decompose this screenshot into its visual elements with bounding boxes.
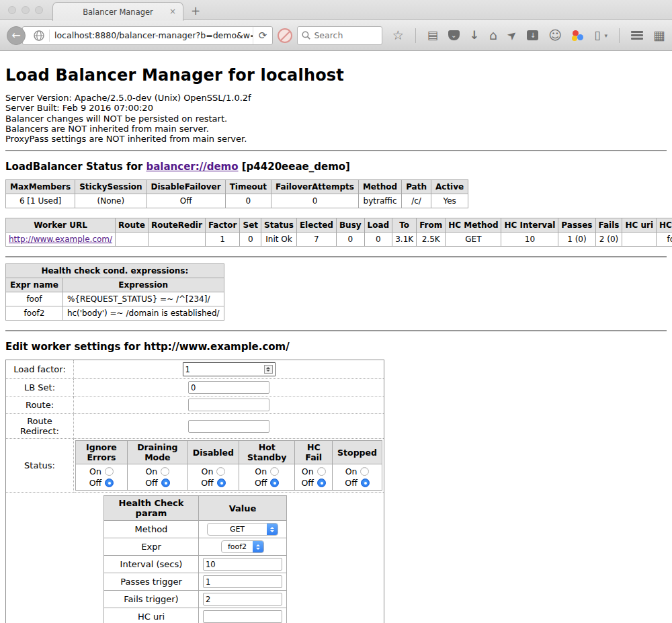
search-input[interactable] (314, 30, 374, 40)
new-tab-button[interactable]: + (191, 4, 200, 17)
heading-suffix: [p4420eeae_demo] (239, 161, 350, 173)
hc-uri-input[interactable] (203, 610, 282, 623)
ignore-errors-off-radio[interactable] (105, 479, 114, 487)
method-select[interactable]: GET (207, 523, 278, 536)
route-redirect-input[interactable] (188, 420, 269, 433)
zoom-window-button[interactable] (35, 6, 43, 14)
ignore-errors-on-radio[interactable] (105, 467, 114, 476)
draining-mode-off-radio[interactable] (161, 479, 170, 487)
col-path: Path (402, 180, 431, 194)
hc-interval-row: Interval (secs) (104, 556, 287, 573)
search-box[interactable] (297, 26, 382, 45)
grid-extension-icon[interactable]: ▦ (653, 29, 665, 42)
col-hot-standby: Hot Standby (239, 441, 295, 464)
load-factor-label: Load factor: (6, 360, 74, 379)
heading-prefix: LoadBalancer Status for (5, 161, 146, 173)
container-caret-icon[interactable]: ▾ (605, 32, 608, 39)
content-blocked-icon[interactable] (278, 28, 292, 43)
draining-mode-on-radio[interactable] (161, 467, 169, 476)
on-label: On (89, 466, 101, 477)
search-icon (302, 31, 310, 40)
server-built-line: Server Built: Feb 9 2016 07:00:20 (5, 103, 667, 113)
window-controls[interactable] (8, 6, 43, 14)
close-window-button[interactable] (8, 6, 16, 14)
cell-disablefailover: Off (146, 194, 225, 208)
pocket-icon[interactable]: ⌄ (448, 30, 460, 40)
hc-fails-row: Fails trigger) (104, 591, 287, 608)
hc-passes-row: Passes trigger (104, 573, 287, 591)
cell-hc-expr: foof2 (657, 233, 672, 247)
lb-set-input[interactable] (188, 381, 269, 394)
status-row: Status: Ignore Errors Draining Mode Disa… (6, 439, 384, 493)
load-factor-input[interactable] (183, 364, 264, 375)
hc-passes-input[interactable] (203, 575, 282, 588)
cell-path: /c/ (402, 194, 431, 208)
hc-fails-input[interactable] (203, 593, 282, 606)
hot-standby-on-radio[interactable] (270, 467, 279, 476)
lb-set-row: LB Set: (6, 379, 384, 397)
toolbar-icons: ☆ ▤ ⌄ ↓ ⌂ ➤ ↓ ☺ ▯ ▾ ▦ (392, 28, 665, 43)
hc-fail-on-radio[interactable] (317, 467, 326, 476)
lb-set-label: LB Set: (6, 379, 74, 397)
on-label: On (302, 466, 314, 477)
hc-method-label: Method (104, 521, 199, 538)
tab-bar: Balancer Manager × + (0, 0, 672, 20)
bookmark-star-icon[interactable]: ☆ (392, 29, 404, 42)
tab-close-icon[interactable]: × (169, 7, 176, 16)
download-panel-icon[interactable]: ↓ (527, 30, 538, 40)
disabled-on-radio[interactable] (216, 467, 225, 476)
stopped-off-radio[interactable] (361, 479, 370, 487)
health-check-table: Health Check param Value Method GET (103, 495, 287, 623)
minimize-window-button[interactable] (22, 6, 30, 14)
container-icon[interactable]: ▯ (594, 30, 600, 41)
col-worker-url: Worker URL (6, 218, 116, 233)
url-text[interactable]: localhost:8880/balancer-manager?b=demo&w… (54, 30, 253, 40)
hc-fail-off-radio[interactable] (317, 479, 326, 487)
disabled-off-radio[interactable] (217, 479, 226, 487)
hc-interval-input[interactable] (203, 558, 282, 571)
cell-busy: 0 (336, 233, 364, 247)
browser-tab[interactable]: Balancer Manager × (52, 2, 183, 21)
off-label: Off (255, 477, 267, 489)
toolbar-divider (415, 28, 416, 43)
hc-uri-label: HC uri (104, 608, 199, 623)
menu-icon[interactable] (631, 31, 643, 40)
expr-row: foof2 hc('body') =~ /domain is establish… (6, 306, 224, 321)
send-tab-icon[interactable]: ➤ (505, 28, 519, 42)
col-expr-name: Expr name (6, 278, 63, 292)
hot-standby-radios: On Off (239, 464, 295, 491)
col-from: From (417, 218, 446, 233)
reload-icon[interactable]: ⟳ (253, 27, 273, 44)
worker-url-link[interactable]: http://www.example.com/ (9, 235, 112, 244)
col-elected: Elected (296, 218, 336, 233)
cell-elected: 7 (296, 233, 336, 247)
col-hc-interval: HC Interval (501, 218, 558, 233)
number-stepper-icon[interactable] (264, 365, 273, 374)
back-button[interactable]: ← (7, 26, 26, 45)
route-label: Route: (6, 397, 74, 414)
toolbar-divider (619, 28, 620, 43)
expr-title-row: Health check cond. expressions: (6, 264, 224, 278)
cell-worker-url: http://www.example.com/ (6, 233, 116, 247)
expr-select[interactable]: foof2 (221, 540, 264, 553)
home-icon[interactable]: ⌂ (489, 29, 497, 42)
balancer-status-table: MaxMembers StickySession DisableFailover… (5, 179, 468, 208)
col-stopped: Stopped (333, 441, 382, 464)
hc-fails-cell (199, 591, 287, 608)
hot-standby-off-radio[interactable] (270, 479, 279, 487)
color-dots-extension-icon[interactable] (572, 30, 584, 41)
balancer-demo-link[interactable]: balancer://demo (146, 161, 238, 173)
hc-passes-cell (199, 573, 287, 591)
on-label: On (145, 466, 157, 477)
urlbar-divider (49, 30, 50, 42)
reading-list-icon[interactable]: ▤ (427, 30, 438, 41)
worker-status-table: Worker URL Route RouteRedir Factor Set S… (5, 218, 672, 247)
downloads-icon[interactable]: ↓ (470, 30, 479, 41)
cell-active: Yes (431, 194, 468, 208)
server-info: Server Version: Apache/2.5.0-dev (Unix) … (5, 93, 667, 144)
route-input[interactable] (188, 399, 269, 411)
url-bar[interactable]: localhost:8880/balancer-manager?b=demo&w… (22, 26, 273, 45)
forum-smiley-icon[interactable]: ☺ (548, 29, 562, 42)
status-table: Ignore Errors Draining Mode Disabled Hot… (75, 440, 382, 491)
stopped-on-radio[interactable] (360, 467, 369, 476)
